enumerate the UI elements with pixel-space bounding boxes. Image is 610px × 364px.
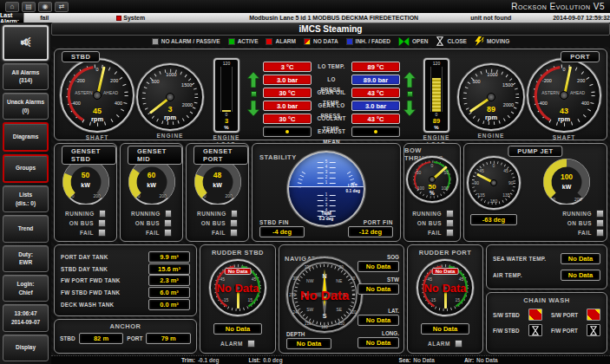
home-icon[interactable]: ⌂ <box>5 2 19 12</box>
port-coolant-temp: 43 °C <box>351 114 400 124</box>
valve-close-icon <box>436 36 444 46</box>
active-swatch-icon <box>228 38 235 45</box>
port-clutch-indicators <box>403 72 416 116</box>
thrust-up-arrow-icon <box>403 72 416 88</box>
fail-indicator: FAIL <box>410 229 454 237</box>
tank-value: 2.3 m³ <box>148 275 190 286</box>
fail-indicator: FAIL <box>197 229 238 237</box>
stbd-shaft-gauge: 0 200 400 -200 -400 ASTERN AHEAD 45 rp <box>60 58 134 141</box>
sidebar-item-all-alarms[interactable]: All Alarms(314) <box>3 63 49 90</box>
panel-title: RUDDER STBD <box>212 249 264 257</box>
tank-row: FW STBD FWD TANK6.0 m³ <box>61 287 190 298</box>
sidebar-item-lists[interactable]: Lists(dis.: 0) <box>3 185 49 212</box>
sidebar-item-diagrams[interactable]: Diagrams <box>3 122 49 151</box>
legend-no-alarm: NO ALARM / PASSIVE <box>152 38 220 45</box>
stbd-lo-temp: 3 °C <box>263 62 312 72</box>
alarm-horn-icon: 🕬 <box>21 35 31 50</box>
stbd-tab: STBD <box>62 51 100 62</box>
fail-indicator: FAIL <box>131 229 172 237</box>
port-fin-label: PORT FIN <box>364 219 393 225</box>
running-indicator: RUNNING <box>410 210 454 218</box>
engine-param-labels: LO TEMP. LO PRESS. GEAR OIL TEMP. GEAR L… <box>316 62 347 137</box>
legend: NO ALARM / PASSIVE ACTIVE ALARM NO DATA … <box>51 36 610 47</box>
port-fin-value: -12 deg <box>348 226 393 237</box>
air-temp-value: No Data <box>561 270 600 281</box>
navigation-panel: NAVIGATION N NE <box>279 244 404 354</box>
pump-jet-panel: PUMP JET 0 45 45 90 90 135 <box>463 143 607 242</box>
long-field: LONG.No Data <box>357 330 399 348</box>
sidebar-item-unack-alarms[interactable]: Unack Alarms(0) <box>3 93 49 120</box>
stbd-lo-press: 3.0 bar <box>263 75 312 85</box>
panel-title: PUMP JET <box>508 146 562 157</box>
tanks-panel: PORT DAY TANK9.9 m³ STBD DAY TANK15.6 m³… <box>54 244 197 316</box>
transfer-icon[interactable]: ⇄ <box>55 2 69 12</box>
alarm-swatch-icon <box>266 38 272 45</box>
depth-value: No Data <box>286 338 331 349</box>
bow-thruster-panel: BOW THRUSTER 0 -50 50 -100 100 <box>403 143 461 242</box>
system-alarm-icon <box>116 16 121 21</box>
load-fill <box>432 78 441 112</box>
stbd-values: 3 °C 3.0 bar 30 °C 3.0 bar 30 °C <box>263 62 312 137</box>
window-bar: ⌂ ▤ ◉ ⇄ Rockson Evolution V5 <box>0 0 610 13</box>
on-bus-indicator: ON BUS <box>65 219 106 227</box>
inh-swatch-icon <box>346 38 353 45</box>
panel-title: CHAIN WASH <box>493 296 600 304</box>
tank-row: DECK WASH TANK0.0 m³ <box>61 299 190 310</box>
pages-icon[interactable]: ▤ <box>22 2 36 12</box>
rudder-nodata-flag: No Data <box>225 268 252 275</box>
sidebar-item-groups[interactable]: Groups <box>3 154 49 183</box>
long-value: No Data <box>357 337 399 348</box>
no-data-overlay: No Data <box>410 282 479 295</box>
lat-value: No Data <box>357 315 399 326</box>
sidebar-item-alarm-horn[interactable]: 🕬 <box>3 25 49 61</box>
stbd-engine-gauge: 500 1000 1500 2000 3 rpm ENGINE <box>136 63 204 140</box>
tank-row: PORT DAY TANK9.9 m³ <box>61 251 190 263</box>
fail-checkbox <box>446 229 454 237</box>
port-lo-temp: 89 °C <box>351 62 400 72</box>
valve-no-data-icon <box>587 309 600 321</box>
on-bus-indicator: ON BUS <box>131 219 172 227</box>
stbd-gear-lo-press: 3.0 bar <box>263 101 312 111</box>
tank-value: 6.0 m³ <box>148 287 190 298</box>
on-bus-indicator: ON BUS <box>529 219 604 227</box>
no-data-swatch-icon <box>304 38 311 45</box>
sidebar-item-duty[interactable]: Duty:EWR <box>3 245 49 272</box>
user-icon[interactable]: ◉ <box>38 2 52 12</box>
attitude-sphere: 5 4 3 2 1 1 2 3 4 5 <box>287 151 365 227</box>
tank-value: 0.0 m³ <box>148 299 190 310</box>
port-gear-oil-temp: 43 °C <box>351 88 400 98</box>
sidebar-item-clock[interactable]: 13:06:472014-09-07 <box>3 304 49 331</box>
pump-jet-angle-value: -63 deg <box>470 214 517 225</box>
panel-title: STABILITY <box>259 153 297 161</box>
sog-field: SOGNo Data <box>357 254 399 272</box>
running-checkbox <box>596 210 604 218</box>
running-indicator: RUNNING <box>65 210 106 218</box>
thrust-down-arrow-icon <box>403 101 416 116</box>
valve-close-icon <box>587 324 600 336</box>
port-exhaust-mean-temp <box>351 127 400 137</box>
status-bar: Trim:-0.1 deg List:0.0 deg Sea:No Data A… <box>51 355 610 364</box>
rudder-port-panel: RUDDER PORT No Data -45 45 -15 15 <box>407 244 483 354</box>
anchor-stbd-label: STBD <box>60 335 75 341</box>
tank-row: STBD DAY TANK15.6 m³ <box>61 263 190 275</box>
mimic-area: STBD PORT 0 200 4 <box>51 47 610 355</box>
alarm-timestamp: 2014-09-07 12:59:32 <box>553 15 610 21</box>
panel-title: GENSET PORT <box>193 146 248 165</box>
exhaust-dot-icon <box>374 130 377 133</box>
sidebar-item-trend[interactable]: Trend <box>3 215 49 242</box>
moving-icon <box>475 36 484 46</box>
sidebar-item-login[interactable]: Login:Chief <box>3 275 49 302</box>
panel-title: GENSET MID <box>128 146 182 165</box>
chain-wash-item: S/W STBD <box>493 309 542 321</box>
on-bus-checkbox <box>446 219 454 227</box>
on-bus-checkbox <box>596 219 604 227</box>
sidebar-item-display[interactable]: Display <box>3 335 49 361</box>
pump-jet-angle-gauge: 0 45 45 90 90 135 135 180 <box>467 156 521 210</box>
port-engine-load: 120 0 89 % ENGINE LOAD <box>419 58 454 148</box>
on-bus-indicator: ON BUS <box>410 219 454 227</box>
valve-no-data-icon <box>528 309 542 321</box>
alarm-checkbox <box>455 340 462 348</box>
panel-title: GENSET STBD <box>62 146 116 165</box>
on-bus-checkbox <box>230 219 238 227</box>
alarm-system: System <box>116 15 145 21</box>
